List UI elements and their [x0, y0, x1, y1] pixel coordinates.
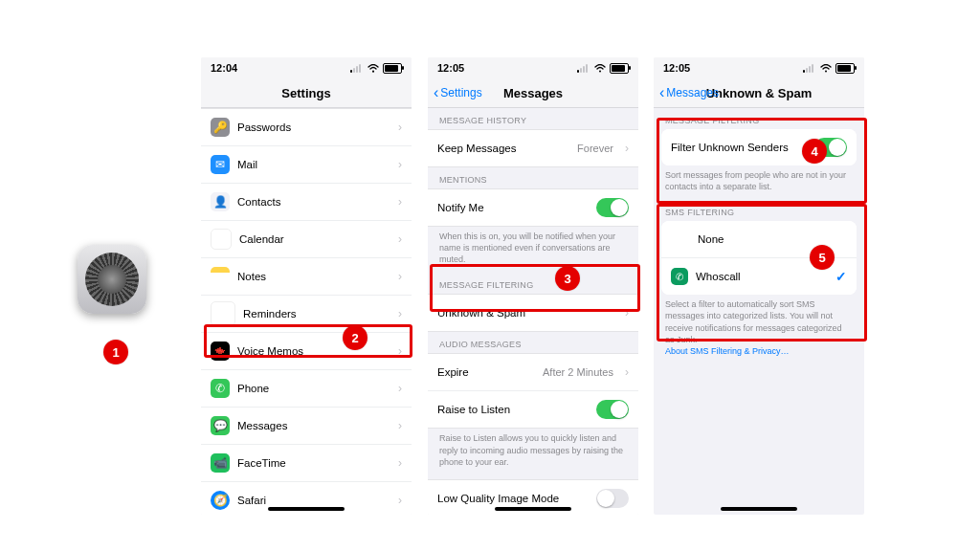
chevron-right-icon: › — [625, 142, 629, 155]
row-facetime[interactable]: 📹FaceTime› — [201, 445, 412, 482]
row-reminders[interactable]: Reminders› — [201, 296, 412, 333]
home-indicator — [721, 507, 797, 511]
row-label: Unknown & Spam — [437, 307, 525, 319]
wifi-icon — [820, 64, 832, 73]
settings-list[interactable]: 🔑Passwords› ✉︎Mail› 👤Contacts› Calendar›… — [201, 108, 412, 515]
footer-text: Select a filter to automatically sort SM… — [665, 299, 842, 343]
wifi-icon — [368, 64, 379, 73]
svg-point-0 — [372, 70, 374, 72]
status-time: 12:05 — [663, 62, 690, 74]
notes-icon — [211, 267, 230, 286]
status-bar: 12:05 — [428, 57, 638, 78]
section-header-audio: AUDIO MESSAGES — [428, 332, 638, 353]
row-mail[interactable]: ✉︎Mail› — [201, 146, 412, 184]
row-expire[interactable]: Expire After 2 Minutes › — [428, 354, 638, 391]
home-indicator — [268, 507, 345, 511]
section-header-history: MESSAGE HISTORY — [428, 108, 638, 129]
section-header-mentions: MENTIONS — [428, 167, 638, 188]
wifi-icon — [594, 64, 606, 73]
section-header-filtering: MESSAGE FILTERING — [428, 273, 638, 294]
key-icon: 🔑 — [211, 118, 230, 137]
row-keep-messages[interactable]: Keep Messages Forever › — [428, 130, 638, 166]
row-label: Reminders — [243, 308, 297, 320]
contacts-icon: 👤 — [211, 192, 230, 211]
row-label: Contacts — [237, 196, 280, 208]
mail-icon: ✉︎ — [211, 155, 230, 174]
section-footer-msgfilter: Sort messages from people who are not in… — [654, 165, 864, 200]
nav-bar: Settings — [201, 78, 412, 108]
notify-me-toggle[interactable] — [596, 198, 629, 217]
section-footer-smsfilter: Select a filter to automatically sort SM… — [654, 295, 864, 364]
row-unknown-spam[interactable]: Unknown & Spam › — [428, 295, 638, 331]
low-quality-toggle[interactable] — [596, 489, 629, 508]
row-filter-unknown-senders[interactable]: Filter Unknown Senders — [661, 129, 857, 165]
row-label: Raise to Listen — [437, 404, 510, 415]
signal-icon — [350, 64, 364, 73]
row-label: Mail — [237, 159, 257, 170]
step-badge-4: 4 — [802, 139, 827, 164]
nav-bar: ‹Messages Unknown & Spam — [654, 78, 864, 108]
row-label: Phone — [237, 383, 269, 394]
chevron-right-icon: › — [398, 158, 402, 171]
row-raise-to-listen[interactable]: Raise to Listen — [428, 391, 638, 428]
settings-app-icon[interactable] — [78, 245, 146, 314]
home-indicator — [495, 507, 571, 511]
back-label: Messages — [666, 86, 719, 99]
row-label: Notes — [237, 271, 266, 282]
row-label: Calendar — [239, 233, 284, 245]
phone-icon: ✆ — [211, 379, 230, 398]
chevron-right-icon: › — [398, 494, 402, 507]
signal-icon — [803, 64, 816, 73]
whoscall-icon: ✆ — [671, 268, 688, 285]
facetime-icon: 📹 — [211, 453, 230, 473]
back-button[interactable]: ‹Messages — [659, 78, 719, 107]
status-time: 12:04 — [211, 62, 237, 74]
chevron-right-icon: › — [398, 232, 402, 246]
status-time: 12:05 — [437, 62, 464, 74]
row-passwords[interactable]: 🔑Passwords› — [201, 109, 412, 146]
raise-to-listen-toggle[interactable] — [596, 400, 629, 419]
row-label: Notify Me — [437, 202, 484, 213]
reminders-icon — [211, 301, 235, 326]
nav-title: Unknown & Spam — [706, 86, 813, 100]
section-header-msgfilter: MESSAGE FILTERING — [654, 108, 864, 129]
step-badge-3: 3 — [555, 266, 580, 291]
row-notes[interactable]: Notes› — [201, 258, 412, 296]
row-voicememos[interactable]: Voice Memos› — [201, 333, 412, 370]
chevron-right-icon: › — [398, 419, 402, 432]
nav-bar: ‹Settings Messages — [428, 78, 638, 108]
battery-icon — [383, 63, 402, 74]
row-value: After 2 Minutes — [543, 366, 613, 378]
chevron-right-icon: › — [398, 121, 402, 134]
row-notify-me[interactable]: Notify Me — [428, 189, 638, 226]
chevron-right-icon: › — [398, 307, 402, 320]
calendar-icon — [211, 229, 232, 250]
row-label: None — [698, 233, 724, 245]
messages-icon: 💬 — [211, 416, 230, 435]
about-sms-filtering-link[interactable]: About SMS Filtering & Privacy… — [665, 346, 790, 356]
signal-icon — [577, 64, 590, 73]
chevron-left-icon: ‹ — [434, 85, 438, 100]
step-badge-2: 2 — [343, 325, 368, 350]
chevron-right-icon: › — [398, 344, 402, 358]
row-value: Forever — [577, 143, 613, 154]
chevron-right-icon: › — [625, 365, 629, 379]
phone-screen-messages: 12:05 ‹Settings Messages MESSAGE HISTORY… — [428, 57, 638, 515]
row-messages[interactable]: 💬Messages› — [201, 408, 412, 445]
chevron-right-icon: › — [398, 382, 402, 395]
row-contacts[interactable]: 👤Contacts› — [201, 184, 412, 221]
battery-icon — [835, 63, 855, 74]
svg-point-2 — [825, 70, 827, 72]
row-calendar[interactable]: Calendar› — [201, 221, 412, 258]
section-header-smsfilter: SMS FILTERING — [654, 200, 864, 221]
row-label: Whoscall — [696, 271, 741, 282]
row-label: Expire — [437, 366, 469, 378]
row-phone[interactable]: ✆Phone› — [201, 370, 412, 408]
section-footer-audio: Raise to Listen allows you to quickly li… — [428, 429, 638, 474]
step-badge-5: 5 — [810, 245, 835, 270]
back-label: Settings — [440, 86, 481, 99]
back-button[interactable]: ‹Settings — [434, 78, 482, 107]
check-icon: ✓ — [835, 269, 847, 284]
voicememos-icon — [211, 342, 230, 361]
row-label: FaceTime — [237, 457, 286, 469]
